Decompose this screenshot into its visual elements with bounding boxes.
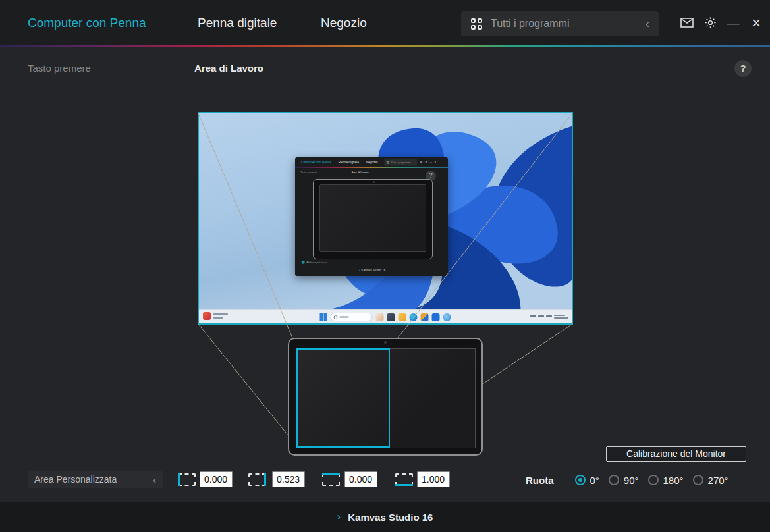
windows-start-icon [320, 313, 327, 321]
taskbar-app-icon [443, 313, 451, 321]
coord-y-input[interactable] [344, 471, 377, 487]
mini-taskbar [199, 309, 572, 323]
coord-height-input[interactable] [417, 471, 450, 487]
page-title: Area di Lavoro [194, 63, 263, 74]
close-icon[interactable]: × [749, 16, 763, 30]
coord-width-input[interactable] [272, 471, 305, 487]
device-name: Kamvas Studio 16 [348, 512, 433, 523]
help-icon[interactable]: ? [734, 60, 752, 77]
chevron-left-icon[interactable]: ‹ [646, 17, 649, 31]
area-mode-value: Area Personalizzata [34, 474, 153, 485]
monitor-preview: Computer con Penna Penna digitale Negozi… [198, 112, 573, 325]
mini-tablet-diagram [313, 179, 433, 259]
rect-left-edge-icon [178, 473, 196, 486]
mini-sidebar-item: Tasto premere [300, 171, 317, 173]
radio-icon[interactable] [648, 475, 659, 485]
taskbar-app-icon [410, 313, 418, 321]
mini-checkbox-label: Abilita input tocco [306, 261, 327, 264]
mini-all-programs-selector: Tutti i programmi [384, 159, 417, 166]
tablet-selection-rect[interactable] [296, 348, 390, 448]
taskbar-app-icon [376, 313, 384, 321]
taskbar-weather-widget [203, 312, 228, 320]
taskbar-search [331, 313, 373, 321]
coord-x-input[interactable] [200, 471, 233, 487]
taskbar-app-icon [432, 313, 440, 321]
header: Computer con Penna Penna digitale Negozi… [0, 0, 770, 47]
mini-tab-negozio: Negozio [366, 161, 378, 164]
radio-icon[interactable] [693, 475, 703, 485]
taskbar-app-icon [387, 313, 395, 321]
chevron-left-icon[interactable]: ‹ [153, 474, 156, 485]
chevron-right-icon: › [337, 510, 341, 523]
tablet-diagram [288, 338, 483, 456]
mini-window-icons: ✉ ⚙ – × [420, 161, 437, 164]
monitor-calibration-button[interactable]: Calibrazione del Monitor [606, 446, 746, 462]
area-mode-select[interactable]: Area Personalizzata ‹ [28, 471, 163, 488]
tab-negozio[interactable]: Negozio [321, 0, 367, 45]
mini-apps-grid-icon [387, 161, 389, 164]
tablet-camera-dot [384, 341, 387, 344]
rotate-radio-270[interactable]: 270° [693, 475, 729, 486]
rotate-radio-0[interactable]: 0° [575, 475, 599, 486]
mini-tab-computer-con-penna: Computer con Penna [301, 161, 331, 164]
rect-bottom-edge-icon [395, 473, 413, 486]
taskbar-app-icon [421, 313, 429, 321]
rect-right-edge-icon [248, 473, 266, 486]
apps-grid-icon [471, 18, 482, 30]
taskbar-tray [530, 313, 568, 320]
tab-penna-digitale[interactable]: Penna digitale [198, 0, 277, 45]
tab-computer-con-penna[interactable]: Computer con Penna [28, 0, 146, 45]
mini-driver-window: Computer con Penna Penna digitale Negozi… [295, 157, 448, 276]
rainbow-divider [0, 45, 770, 47]
taskbar-app-icon [399, 313, 406, 321]
mini-page-title: Area di Lavoro [352, 171, 369, 173]
minimize-icon[interactable]: — [726, 16, 740, 30]
mini-checkbox-icon: ✓ [302, 261, 305, 264]
rotate-radio-90[interactable]: 90° [609, 475, 639, 486]
rect-top-edge-icon [322, 473, 340, 486]
rotate-radio-180[interactable]: 180° [648, 475, 684, 486]
sidebar-item-tasto-premere[interactable]: Tasto premere [28, 63, 91, 74]
mail-icon[interactable] [680, 16, 694, 30]
driver-window: Computer con Penna Penna digitale Negozi… [0, 0, 770, 532]
rotate-label: Ruota [526, 475, 554, 486]
all-programs-selector[interactable]: Tutti i programmi ‹ [461, 11, 659, 36]
settings-gear-icon[interactable] [703, 16, 717, 30]
radio-icon[interactable] [609, 475, 619, 485]
footer-device-bar[interactable]: › Kamvas Studio 16 [0, 502, 770, 532]
mini-tab-penna-digitale: Penna digitale [339, 161, 359, 164]
mini-footer-device: ›Kamvas Studio 16 [295, 269, 448, 272]
radio-icon[interactable] [575, 475, 586, 485]
all-programs-label: Tutti i programmi [491, 18, 646, 30]
